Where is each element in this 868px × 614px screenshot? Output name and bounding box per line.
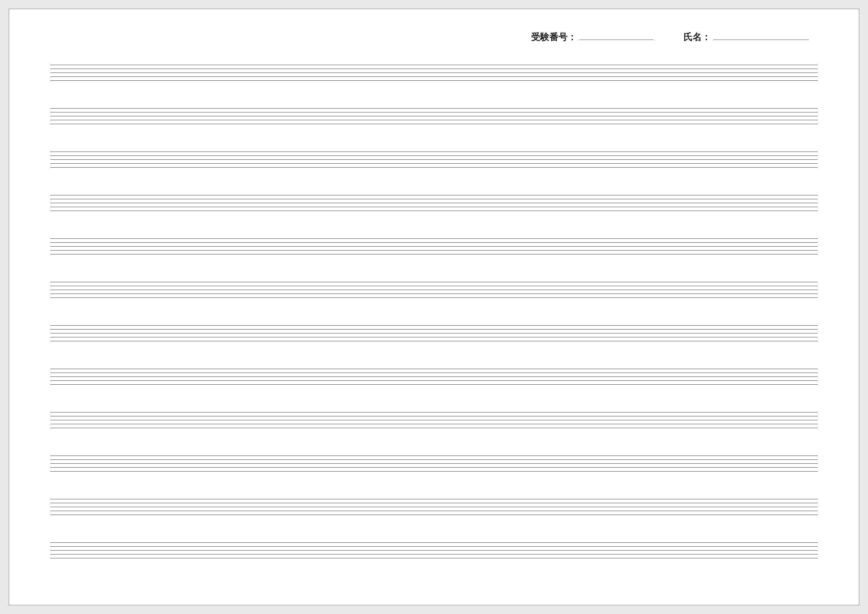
exam-number-field: 受験番号： [531,31,653,43]
staff [50,108,818,124]
staff-line [50,546,818,547]
staff [50,195,818,211]
staff-line [50,124,818,124]
staff-line [50,499,818,499]
staff-line [50,80,818,81]
staff-line [50,203,818,203]
staff-line [50,297,818,298]
staff [50,238,818,254]
staff-line [50,325,818,326]
exam-number-input[interactable] [579,40,653,40]
staff-line [50,467,818,468]
staff-line [50,341,818,341]
staff-line [50,167,818,168]
staff-line [50,163,818,164]
staff-line [50,199,818,199]
staff-line [50,246,818,247]
staff-line [50,250,818,251]
staff [50,325,818,341]
staff-line [50,420,818,420]
staff-line [50,120,818,120]
staff-line [50,290,818,290]
staff-line [50,286,818,286]
staff-line [50,463,818,464]
staff-line [50,108,818,109]
staff [50,369,818,384]
staff [50,152,818,167]
staff-line [50,503,818,503]
staff-line [50,542,818,543]
staff-line [50,211,818,211]
staff-line [50,329,818,330]
name-field: 氏名： [684,31,809,43]
staff-line [50,507,818,507]
staff-line [50,116,818,116]
staff-line [50,65,818,65]
staff-line [50,456,818,456]
staff-line [50,333,818,333]
staff-line [50,337,818,337]
staff-line [50,380,818,381]
staff-line [50,558,818,558]
name-input[interactable] [713,40,809,40]
staff [50,456,818,471]
music-manuscript-page: 受験番号： 氏名： [9,9,859,605]
staff-line [50,294,818,294]
staff-line [50,112,818,112]
staff [50,499,818,515]
staff-line [50,550,818,551]
staff-line [50,471,818,472]
staff [50,65,818,80]
header: 受験番号： 氏名： [50,31,818,43]
staff-line [50,515,818,515]
staff-line [50,416,818,416]
staff-line [50,282,818,282]
staff-line [50,152,818,152]
staff [50,282,818,297]
staff-line [50,511,818,511]
staff-line [50,159,818,160]
staff-line [50,238,818,239]
staff [50,542,818,558]
staff-line [50,376,818,377]
staff [50,412,818,428]
staff-line [50,69,818,69]
staff-line [50,207,818,207]
staff-line [50,155,818,156]
staves-container [50,65,818,558]
exam-number-label: 受験番号： [531,31,577,43]
staff-line [50,76,818,77]
staff-line [50,242,818,243]
staff-line [50,554,818,555]
staff-line [50,195,818,195]
staff-line [50,459,818,460]
staff-line [50,424,818,424]
staff-line [50,254,818,254]
staff-line [50,412,818,413]
staff-line [50,384,818,385]
staff-line [50,373,818,373]
name-label: 氏名： [684,31,711,43]
staff-line [50,73,818,73]
staff-line [50,428,818,428]
staff-line [50,369,818,369]
